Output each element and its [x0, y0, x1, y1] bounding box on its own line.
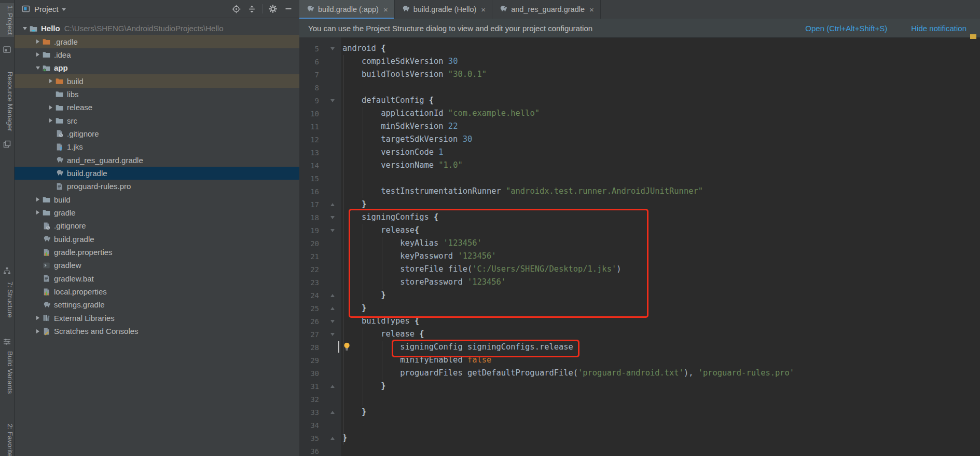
- editor-tab-and-res-guard.gradle[interactable]: and_res_guard.gradle×: [492, 0, 601, 19]
- code-line-24[interactable]: }: [342, 289, 980, 302]
- tree-item-src[interactable]: src: [15, 114, 299, 127]
- tree-item-gradle[interactable]: gradle: [15, 206, 299, 219]
- collapse-all-button[interactable]: [246, 3, 257, 15]
- tree-item-build[interactable]: build: [15, 74, 299, 87]
- intention-bulb-icon[interactable]: [343, 342, 351, 352]
- editor-tab-build.gradle-app-[interactable]: build.gradle (:app)×: [299, 0, 395, 19]
- code-line-11[interactable]: minSdkVersion 22: [342, 120, 980, 133]
- tree-item-.idea[interactable]: .idea: [15, 48, 299, 61]
- code-line-15[interactable]: [342, 172, 980, 185]
- chevron-right-icon[interactable]: [33, 316, 42, 320]
- tree-item-build[interactable]: build: [15, 193, 299, 206]
- strip-button-resource-manager[interactable]: Resource Manager: [0, 70, 14, 133]
- code-line-23[interactable]: storePassword '123456': [342, 276, 980, 289]
- locate-file-button[interactable]: [230, 3, 242, 15]
- code-line-6[interactable]: compileSdkVersion 30: [342, 55, 980, 68]
- chevron-right-icon[interactable]: [46, 118, 55, 123]
- tab-close-icon[interactable]: ×: [480, 5, 487, 14]
- editor-tab-build.gradle-hello-[interactable]: build.gradle (Hello)×: [395, 0, 492, 19]
- tree-item-release[interactable]: release: [15, 101, 299, 114]
- tree-item-build.gradle[interactable]: build.gradle: [15, 233, 299, 246]
- code-line-20[interactable]: keyAlias '123456': [342, 237, 980, 250]
- panel-title[interactable]: Project: [34, 5, 59, 14]
- code-line-31[interactable]: }: [342, 380, 980, 393]
- fold-open-icon[interactable]: [328, 47, 337, 50]
- fold-close-icon[interactable]: [328, 203, 337, 206]
- tree-item-settings.gradle[interactable]: settings.gradle: [15, 298, 299, 311]
- structure-icon[interactable]: [3, 267, 11, 275]
- win-icon[interactable]: [3, 46, 11, 53]
- strip-button-2-favorites[interactable]: 2: Favorites: [0, 422, 14, 456]
- code-line-30[interactable]: proguardFiles getDefaultProguardFile('pr…: [342, 367, 980, 380]
- code-line-7[interactable]: buildToolsVersion "30.0.1": [342, 68, 980, 81]
- code-line-35[interactable]: }: [342, 432, 980, 445]
- fold-open-icon[interactable]: [328, 333, 337, 336]
- code-line-16[interactable]: testInstrumentationRunner "androidx.test…: [342, 185, 980, 198]
- code-line-13[interactable]: versionCode 1: [342, 146, 980, 159]
- chevron-right-icon[interactable]: [33, 197, 42, 202]
- fold-open-icon[interactable]: [328, 320, 337, 323]
- code-line-36[interactable]: [342, 445, 980, 456]
- code-editor[interactable]: 5678910111213141516171819202122232425262…: [299, 37, 980, 456]
- chevron-right-icon[interactable]: [33, 52, 42, 57]
- fold-close-icon[interactable]: [328, 411, 337, 414]
- code-line-22[interactable]: storeFile file('C:/Users/SHENG/Desktop/1…: [342, 263, 980, 276]
- layers-icon[interactable]: [3, 140, 11, 148]
- tree-item-app[interactable]: app: [15, 61, 299, 74]
- code-line-25[interactable]: }: [342, 302, 980, 315]
- strip-button-build-variants[interactable]: Build Variants: [0, 349, 14, 396]
- fold-close-icon[interactable]: [328, 294, 337, 297]
- tab-close-icon[interactable]: ×: [382, 5, 389, 14]
- tree-item-gradlew[interactable]: gradlew: [15, 259, 299, 272]
- code-line-26[interactable]: buildTypes {: [342, 315, 980, 328]
- chevron-right-icon[interactable]: [33, 39, 42, 44]
- code-line-19[interactable]: release{: [342, 224, 980, 237]
- code-line-29[interactable]: minifyEnabled false: [342, 354, 980, 367]
- error-stripe-mark[interactable]: [970, 34, 976, 39]
- tree-item-1.jks[interactable]: ?1.jks: [15, 140, 299, 153]
- code-line-10[interactable]: applicationId "com.example.hello": [342, 107, 980, 120]
- tree-item-build.gradle[interactable]: build.gradle: [15, 167, 299, 180]
- tree-item-libs[interactable]: libs: [15, 88, 299, 101]
- chevron-right-icon[interactable]: [33, 329, 42, 333]
- code-line-5[interactable]: android {: [342, 42, 980, 55]
- chevron-right-icon[interactable]: [46, 79, 55, 83]
- chevron-right-icon[interactable]: [46, 105, 55, 110]
- chevron-right-icon[interactable]: [33, 210, 42, 214]
- code-line-34[interactable]: [342, 419, 980, 432]
- tree-item-.gitignore[interactable]: .gitignore: [15, 219, 299, 232]
- code-line-12[interactable]: targetSdkVersion 30: [342, 133, 980, 146]
- code-line-14[interactable]: versionName "1.0": [342, 159, 980, 172]
- code-line-17[interactable]: }: [342, 198, 980, 211]
- fold-close-icon[interactable]: [328, 307, 337, 310]
- chevron-down-icon[interactable]: [20, 27, 29, 30]
- chevron-down-icon[interactable]: [62, 8, 66, 11]
- code-line-21[interactable]: keyPassword '123456': [342, 250, 980, 263]
- code-line-27[interactable]: release {: [342, 328, 980, 341]
- tree-item-scratches-and-consoles[interactable]: Scratches and Consoles: [15, 325, 299, 338]
- tree-item-gradlew.bat[interactable]: gradlew.bat: [15, 272, 299, 285]
- fold-open-icon[interactable]: [328, 216, 337, 219]
- tree-item-.gitignore[interactable]: .gitignore: [15, 127, 299, 140]
- hide-panel-button[interactable]: [283, 3, 294, 15]
- code-line-32[interactable]: [342, 393, 980, 406]
- fold-open-icon[interactable]: [328, 229, 337, 232]
- code-line-28[interactable]: signingConfig signingConfigs.release: [342, 341, 980, 354]
- tree-item-.gradle[interactable]: .gradle: [15, 35, 299, 48]
- variants-icon[interactable]: [3, 338, 11, 345]
- open-project-structure-link[interactable]: Open (Ctrl+Alt+Shift+S): [805, 24, 887, 33]
- tree-item-gradle.properties[interactable]: gradle.properties: [15, 246, 299, 259]
- fold-close-icon[interactable]: [328, 385, 337, 388]
- tree-item-hello[interactable]: HelloC:\Users\SHENG\AndroidStudioProject…: [15, 22, 299, 35]
- settings-button[interactable]: [267, 3, 279, 15]
- tree-item-proguard-rules.pro[interactable]: proguard-rules.pro: [15, 180, 299, 193]
- fold-open-icon[interactable]: [328, 99, 337, 102]
- code-line-9[interactable]: defaultConfig {: [342, 94, 980, 107]
- tree-item-external-libraries[interactable]: External Libraries: [15, 312, 299, 325]
- code-line-8[interactable]: [342, 81, 980, 94]
- fold-close-icon[interactable]: [328, 437, 337, 440]
- tab-close-icon[interactable]: ×: [588, 5, 595, 14]
- strip-button-1-project[interactable]: 1: Project: [0, 3, 14, 37]
- tree-item-local.properties[interactable]: local.properties: [15, 285, 299, 298]
- hide-notification-link[interactable]: Hide notification: [911, 24, 967, 33]
